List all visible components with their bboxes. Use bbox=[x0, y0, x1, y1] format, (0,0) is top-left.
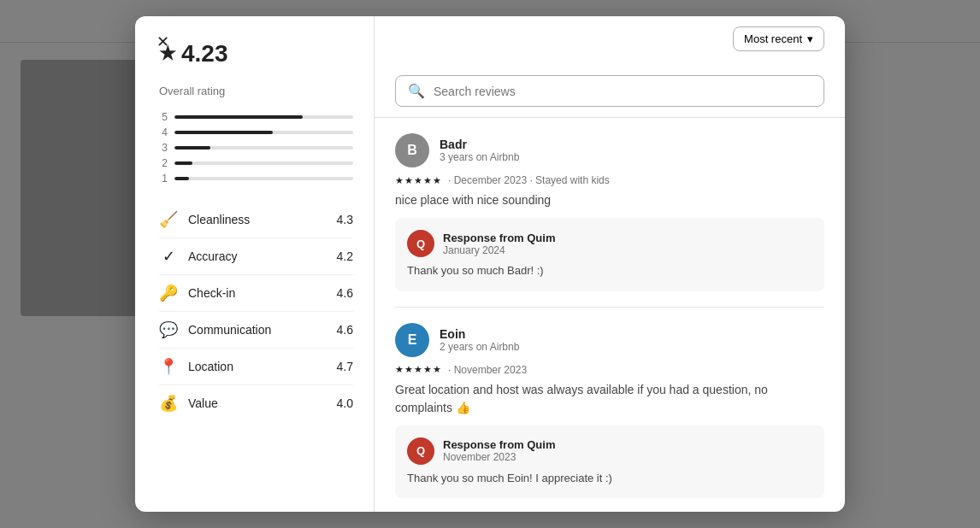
category-name: Location bbox=[188, 360, 233, 373]
review-rating-row: ★ ★ ★ ★ ★ · December 2023 · Stayed with … bbox=[395, 174, 824, 186]
sort-row: Most recent ▾ bbox=[375, 16, 845, 58]
sort-dropdown[interactable]: Most recent ▾ bbox=[733, 26, 824, 51]
star-1: ★ bbox=[395, 364, 404, 375]
bar-label: 2 bbox=[159, 157, 168, 169]
response-block: Q Response from Quim November 2023 Thank… bbox=[395, 425, 824, 499]
modal-close-button[interactable]: ✕ bbox=[149, 28, 176, 56]
search-bar: 🔍 bbox=[395, 75, 824, 107]
overall-label: Overall rating bbox=[159, 85, 353, 97]
category-list: 🧹 Cleanliness 4.3 ✓ Accuracy 4.2 🔑 Check… bbox=[159, 202, 353, 421]
search-input[interactable] bbox=[434, 85, 812, 98]
category-name: Communication bbox=[188, 323, 271, 337]
star-1: ★ bbox=[395, 175, 404, 186]
rating-value: 4.23 bbox=[181, 40, 228, 67]
category-left: 💰 Value bbox=[159, 394, 218, 413]
reviewer-header: B Badr 3 years on Airbnb bbox=[395, 133, 824, 167]
reviewer-name: Badr bbox=[440, 138, 519, 151]
review-rating-detail: · December 2023 · Stayed with kids bbox=[448, 174, 610, 186]
reviewer-meta: 2 years on Airbnb bbox=[440, 341, 519, 353]
category-left: 🧹 Cleanliness bbox=[159, 210, 250, 229]
category-name: Value bbox=[188, 396, 218, 410]
category-score: 4.3 bbox=[337, 213, 353, 226]
response-header: Q Response from Quim November 2023 bbox=[407, 437, 812, 465]
response-text: Thank you so much Badr! :) bbox=[407, 262, 812, 279]
review-rating-row: ★ ★ ★ ★ ★ · November 2023 bbox=[395, 364, 824, 376]
sort-label: Most recent bbox=[744, 32, 802, 45]
bar-label: 1 bbox=[159, 173, 168, 185]
category-row: 🧹 Cleanliness 4.3 bbox=[159, 202, 353, 238]
category-left: 🔑 Check-in bbox=[159, 284, 235, 302]
review-text: Great location and host was always avail… bbox=[395, 381, 824, 417]
reviews-list: B Badr 3 years on Airbnb ★ ★ ★ ★ ★ · Dec… bbox=[375, 118, 845, 512]
reviewer-meta: 3 years on Airbnb bbox=[440, 151, 519, 163]
bar-row: 1 bbox=[159, 173, 353, 185]
star-3: ★ bbox=[414, 364, 422, 375]
stars-row: ★ ★ ★ ★ ★ bbox=[395, 175, 441, 186]
reviews-modal: ✕ ★ 4.23 Overall rating 5 4 bbox=[135, 16, 845, 512]
star-2: ★ bbox=[404, 364, 413, 375]
star-4: ★ bbox=[423, 175, 432, 186]
response-from-label: Response from Quim bbox=[443, 438, 555, 451]
review-item: B Badr 3 years on Airbnb ★ ★ ★ ★ ★ · Dec… bbox=[395, 118, 824, 308]
category-icon: ✓ bbox=[159, 247, 178, 266]
category-score: 4.6 bbox=[337, 286, 353, 300]
rating-header: ★ 4.23 bbox=[159, 40, 353, 67]
category-score: 4.6 bbox=[337, 323, 353, 337]
bar-track bbox=[174, 131, 353, 134]
reviewer-info: Badr 3 years on Airbnb bbox=[440, 138, 519, 163]
category-icon: 🧹 bbox=[159, 210, 178, 229]
response-date: November 2023 bbox=[443, 451, 555, 463]
modal-inner: ★ 4.23 Overall rating 5 4 3 2 bbox=[135, 16, 845, 512]
rating-bar-chart: 5 4 3 2 1 bbox=[159, 111, 353, 185]
response-date: January 2024 bbox=[443, 244, 555, 256]
category-row: 📍 Location 4.7 bbox=[159, 349, 353, 385]
response-info: Response from Quim November 2023 bbox=[443, 438, 555, 463]
category-row: 💬 Communication 4.6 bbox=[159, 312, 353, 349]
page-background: ✕ ★ 4.23 Overall rating 5 4 bbox=[0, 0, 980, 528]
reviewer-name: Eoin bbox=[440, 327, 519, 341]
response-block: Q Response from Quim January 2024 Thank … bbox=[395, 218, 824, 291]
category-left: 💬 Communication bbox=[159, 320, 271, 339]
response-avatar: Q bbox=[407, 230, 434, 257]
bar-fill bbox=[174, 131, 273, 134]
response-avatar: Q bbox=[407, 437, 434, 465]
bar-row: 3 bbox=[159, 142, 353, 154]
category-icon: 📍 bbox=[159, 357, 178, 376]
response-text: Thank you so much Eoin! I appreciate it … bbox=[407, 470, 812, 487]
category-name: Accuracy bbox=[188, 249, 238, 263]
search-icon: 🔍 bbox=[408, 83, 425, 99]
bar-track bbox=[174, 161, 353, 165]
category-score: 4.0 bbox=[337, 396, 353, 410]
bar-label: 4 bbox=[159, 126, 168, 138]
avatar: E bbox=[395, 323, 429, 357]
bar-label: 5 bbox=[159, 111, 168, 123]
category-name: Cleanliness bbox=[188, 213, 250, 226]
category-row: ✓ Accuracy 4.2 bbox=[159, 238, 353, 275]
search-bar-wrap: 🔍 bbox=[375, 58, 845, 118]
bar-fill bbox=[174, 115, 303, 119]
bar-row: 5 bbox=[159, 111, 353, 123]
star-5: ★ bbox=[433, 364, 441, 375]
response-from-label: Response from Quim bbox=[443, 232, 555, 244]
category-score: 4.7 bbox=[337, 360, 353, 373]
bar-fill bbox=[174, 146, 210, 150]
star-3: ★ bbox=[414, 175, 422, 186]
category-row: 🔑 Check-in 4.6 bbox=[159, 275, 353, 312]
modal-overlay: ✕ ★ 4.23 Overall rating 5 4 bbox=[0, 0, 980, 528]
review-item: E Eoin 2 years on Airbnb ★ ★ ★ ★ ★ · Nov… bbox=[395, 308, 824, 513]
category-score: 4.2 bbox=[337, 249, 353, 263]
review-text: nice place with nice sounding bbox=[395, 191, 824, 209]
category-row: 💰 Value 4.0 bbox=[159, 385, 353, 421]
review-rating-detail: · November 2023 bbox=[448, 364, 527, 376]
category-icon: 💰 bbox=[159, 394, 178, 413]
star-2: ★ bbox=[404, 175, 413, 186]
sort-chevron-icon: ▾ bbox=[807, 32, 813, 45]
bar-fill bbox=[174, 161, 192, 165]
response-header: Q Response from Quim January 2024 bbox=[407, 230, 812, 257]
star-5: ★ bbox=[433, 175, 441, 186]
avatar: B bbox=[395, 133, 429, 167]
rating-panel: ★ 4.23 Overall rating 5 4 3 2 bbox=[135, 16, 375, 512]
bar-track bbox=[174, 177, 353, 180]
category-left: 📍 Location bbox=[159, 357, 233, 376]
reviewer-header: E Eoin 2 years on Airbnb bbox=[395, 323, 824, 357]
